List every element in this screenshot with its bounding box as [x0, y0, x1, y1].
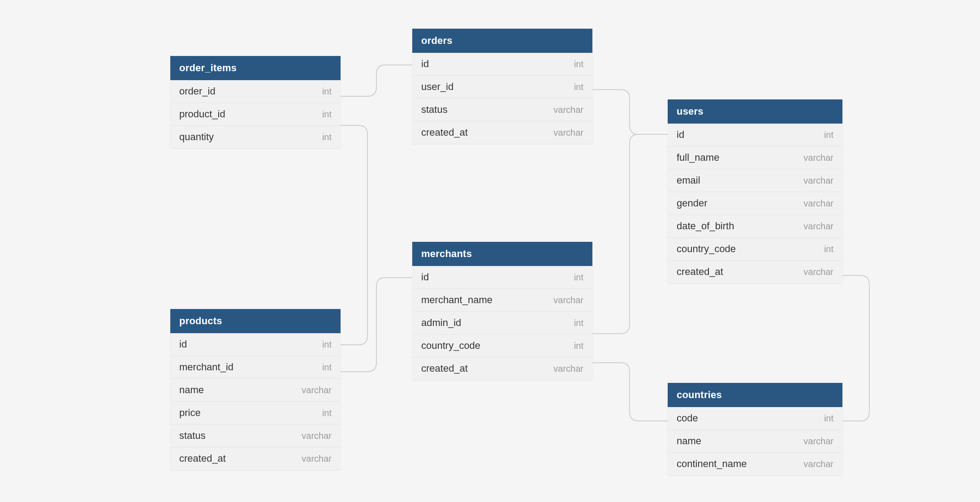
column-type: varchar — [302, 454, 332, 464]
column-name: created_at — [179, 453, 226, 464]
column-name: date_of_birth — [677, 220, 734, 232]
column-name: merchant_name — [421, 294, 492, 306]
column-row[interactable]: gendervarchar — [668, 192, 842, 215]
connector-order_items_product_id__products_id — [341, 125, 367, 345]
column-name: full_name — [677, 152, 719, 163]
column-type: int — [574, 272, 583, 283]
column-row[interactable]: order_idint — [170, 80, 341, 103]
column-type: int — [824, 130, 833, 140]
column-type: int — [322, 86, 332, 97]
column-type: varchar — [803, 198, 833, 209]
column-row[interactable]: idint — [170, 333, 341, 356]
table-orders[interactable]: ordersidintuser_idintstatusvarcharcreate… — [412, 29, 592, 144]
table-merchants[interactable]: merchantsidintmerchant_namevarcharadmin_… — [412, 242, 592, 380]
column-name: name — [677, 435, 701, 447]
column-name: continent_name — [677, 458, 747, 470]
column-row[interactable]: idint — [668, 124, 842, 146]
column-name: price — [179, 407, 201, 419]
table-products[interactable]: productsidintmerchant_idintnamevarcharpr… — [170, 309, 341, 470]
column-name: status — [421, 104, 448, 116]
column-type: varchar — [803, 459, 833, 469]
column-type: int — [574, 59, 583, 69]
column-row[interactable]: emailvarchar — [668, 169, 842, 192]
column-name: status — [179, 430, 206, 442]
column-row[interactable]: merchant_idint — [170, 356, 341, 379]
table-order_items[interactable]: order_itemsorder_idintproduct_idintquant… — [170, 56, 341, 148]
column-name: name — [179, 384, 204, 396]
column-type: int — [322, 132, 332, 142]
column-name: admin_id — [421, 317, 461, 329]
column-row[interactable]: quantityint — [170, 126, 341, 148]
column-type: int — [322, 339, 332, 350]
column-type: varchar — [803, 267, 833, 277]
column-type: int — [824, 244, 833, 254]
column-type: varchar — [553, 364, 583, 374]
column-row[interactable]: idint — [412, 53, 592, 76]
column-name: id — [179, 339, 187, 350]
column-row[interactable]: statusvarchar — [412, 99, 592, 121]
column-type: int — [322, 362, 332, 373]
column-row[interactable]: namevarchar — [668, 430, 842, 453]
table-header[interactable]: order_items — [170, 56, 341, 80]
table-users[interactable]: usersidintfull_namevarcharemailvarcharge… — [668, 99, 842, 283]
column-type: varchar — [553, 105, 583, 115]
column-row[interactable]: idint — [412, 266, 592, 289]
column-row[interactable]: created_atvarchar — [412, 121, 592, 144]
table-countries[interactable]: countriescodeintnamevarcharcontinent_nam… — [668, 383, 842, 475]
column-name: created_at — [421, 127, 468, 138]
column-row[interactable]: statusvarchar — [170, 425, 341, 447]
column-row[interactable]: country_codeint — [668, 238, 842, 261]
column-row[interactable]: namevarchar — [170, 379, 341, 402]
column-row[interactable]: date_of_birthvarchar — [668, 215, 842, 238]
column-row[interactable]: continent_namevarchar — [668, 453, 842, 475]
column-name: created_at — [677, 266, 723, 278]
column-type: int — [824, 413, 833, 424]
table-header[interactable]: countries — [668, 383, 842, 407]
column-name: merchant_id — [179, 361, 233, 373]
connector-merchants_admin_id__users_id — [592, 134, 668, 334]
column-type: varchar — [803, 221, 833, 232]
column-row[interactable]: codeint — [668, 407, 842, 430]
column-type: varchar — [803, 436, 833, 446]
column-row[interactable]: priceint — [170, 402, 341, 425]
connector-users_country_code__countries_code — [842, 275, 869, 421]
connector-order_items_order_id__orders_id — [341, 65, 412, 96]
column-row[interactable]: created_atvarchar — [170, 447, 341, 470]
column-type: varchar — [302, 385, 332, 395]
connector-products_merchant_id__merchants_id — [341, 278, 412, 372]
column-row[interactable]: merchant_namevarchar — [412, 289, 592, 312]
column-type: int — [322, 408, 332, 418]
column-row[interactable]: product_idint — [170, 103, 341, 126]
column-type: int — [574, 341, 583, 351]
column-type: varchar — [803, 153, 833, 163]
column-name: order_id — [179, 86, 216, 97]
column-name: quantity — [179, 131, 214, 143]
column-name: id — [421, 271, 429, 283]
column-name: country_code — [421, 340, 480, 352]
column-type: int — [574, 318, 583, 328]
column-type: varchar — [553, 295, 583, 305]
column-row[interactable]: user_idint — [412, 76, 592, 99]
column-type: varchar — [803, 176, 833, 186]
table-header[interactable]: orders — [412, 29, 592, 53]
column-row[interactable]: created_atvarchar — [412, 357, 592, 380]
column-name: code — [677, 412, 698, 424]
table-header[interactable]: merchants — [412, 242, 592, 266]
column-name: email — [677, 175, 700, 186]
column-name: gender — [677, 197, 708, 209]
column-type: int — [322, 109, 332, 120]
column-row[interactable]: country_codeint — [412, 335, 592, 357]
column-name: id — [677, 129, 684, 141]
table-header[interactable]: users — [668, 99, 842, 124]
column-row[interactable]: full_namevarchar — [668, 146, 842, 169]
column-name: id — [421, 58, 429, 70]
er-diagram-canvas[interactable]: order_itemsorder_idintproduct_idintquant… — [0, 0, 980, 502]
column-row[interactable]: created_atvarchar — [668, 261, 842, 283]
column-type: varchar — [553, 128, 583, 138]
table-header[interactable]: products — [170, 309, 341, 333]
column-name: user_id — [421, 81, 453, 93]
column-name: country_code — [677, 243, 736, 255]
column-name: created_at — [421, 363, 468, 374]
connector-orders_user_id__users_id — [592, 90, 668, 134]
column-row[interactable]: admin_idint — [412, 312, 592, 335]
